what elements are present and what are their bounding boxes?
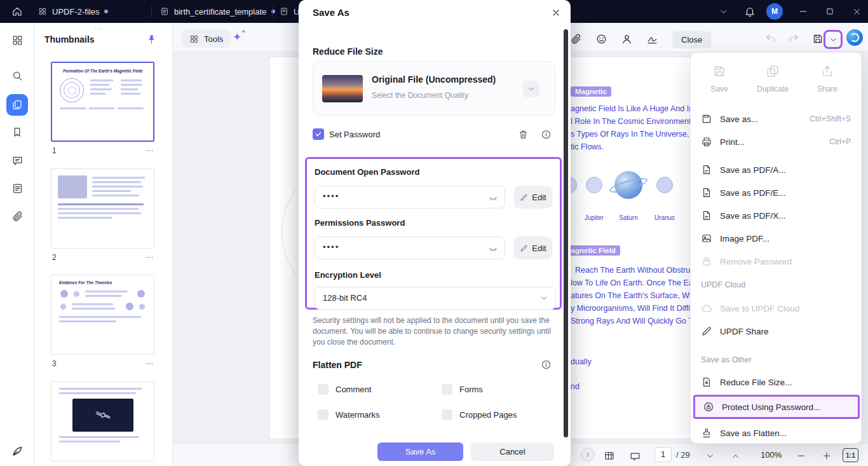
ai-sparkles-icon[interactable]: ✦ ✦ — [233, 29, 249, 46]
edit-permissions-password-button[interactable]: Edit — [514, 236, 552, 259]
planet-label-uranus: Uranus — [651, 214, 679, 221]
menu-action-duplicate: Duplicate — [754, 63, 791, 93]
edit-open-password-button[interactable]: Edit — [514, 186, 552, 209]
save-menu-dropdown-highlight[interactable] — [824, 30, 843, 49]
apps-grid-icon[interactable] — [11, 34, 24, 46]
expand-panel-icon[interactable] — [581, 448, 595, 462]
menu-item-save-pdf-a[interactable]: Save as PDF/A... — [691, 158, 861, 181]
cancel-button[interactable]: Cancel — [471, 442, 554, 461]
page-grid-view-icon[interactable] — [602, 449, 616, 463]
thumb1-diagram — [60, 78, 84, 102]
checkbox[interactable] — [442, 409, 452, 420]
signature-icon[interactable] — [644, 31, 660, 47]
share-pencil-icon — [701, 326, 712, 337]
quality-card[interactable]: Original File (Uncompressed) Select the … — [313, 61, 555, 116]
thumbnail-page-4[interactable] — [51, 381, 154, 462]
thumb1-more-button[interactable]: ⋯ — [145, 145, 154, 155]
checkbox[interactable] — [318, 384, 329, 395]
bookmark-icon[interactable] — [11, 126, 24, 139]
sticker-icon[interactable] — [593, 31, 609, 47]
flatten-option-watermarks[interactable]: Watermarks — [318, 409, 380, 420]
encryption-level-label: Encryption Level — [315, 270, 381, 280]
flatten-option-cropped-pages[interactable]: Cropped Pages — [442, 409, 517, 420]
lock-icon — [701, 256, 712, 267]
close-document-button[interactable]: Close — [672, 31, 711, 48]
signer-profile-icon[interactable] — [618, 31, 635, 47]
document-icon[interactable] — [11, 182, 24, 195]
show-password-eye-icon[interactable] — [487, 242, 499, 255]
doc-text-line: Reach The Earth Without Obstruction, The… — [575, 266, 690, 275]
updf-ai-logo-icon[interactable] — [846, 29, 863, 46]
menu-item-image-pdf[interactable]: Image PDF... — [691, 227, 861, 250]
home-icon[interactable] — [10, 4, 24, 18]
attachments-icon[interactable] — [11, 210, 24, 223]
menu-action-save: Save — [701, 63, 738, 93]
checkbox[interactable] — [442, 384, 452, 395]
flatten-option-comment[interactable]: Comment — [318, 384, 371, 395]
menu-item-protect-using-password-highlight[interactable]: Protect Using Password... — [693, 395, 860, 419]
menu-item-print[interactable]: Print... Ctrl+P — [691, 130, 861, 153]
flatten-info-icon[interactable] — [539, 357, 553, 371]
password-info-icon[interactable] — [539, 127, 553, 141]
save-as-button[interactable]: Save As — [377, 442, 463, 461]
avatar[interactable]: M — [766, 3, 783, 20]
tab-divider — [151, 6, 152, 17]
permissions-password-input[interactable] — [323, 242, 475, 252]
share-icon — [809, 63, 846, 79]
show-password-eye-icon[interactable] — [487, 191, 499, 204]
dialog-scrollbar[interactable] — [564, 29, 568, 437]
close-label: Close — [681, 35, 702, 45]
thumb3-more-button[interactable]: ⋯ — [145, 358, 154, 368]
tab-divider — [272, 6, 273, 17]
encryption-level-select[interactable]: 128-bit RC4 — [315, 287, 556, 310]
menu-item-updf-share[interactable]: UPDF Share — [691, 320, 861, 343]
flatten-option-forms[interactable]: Forms — [442, 384, 483, 395]
next-page-icon[interactable] — [728, 449, 742, 463]
security-note: Security settings will not be applied to… — [313, 315, 557, 348]
thumbnail-page-3[interactable]: Evidence For The Theories — [51, 275, 154, 355]
menu-item-save-as[interactable]: Save as... Ctrl+Shift+S — [691, 107, 861, 130]
open-password-input[interactable] — [323, 191, 475, 201]
delete-password-icon[interactable] — [516, 127, 530, 141]
menu-item-reduce-file-size[interactable]: Reduce File Size... — [691, 371, 861, 394]
search-icon[interactable] — [11, 69, 24, 82]
notifications-bell-icon[interactable] — [742, 4, 757, 19]
tabs-overflow-icon[interactable] — [717, 6, 729, 17]
quality-dropdown-icon[interactable] — [523, 81, 539, 97]
menu-item-save-pdf-e[interactable]: Save as PDF/E... — [691, 181, 861, 204]
set-password-checkbox[interactable] — [313, 128, 324, 140]
page-number-input[interactable]: 1 — [654, 447, 672, 462]
thumbnail-page-1[interactable]: Formation Of The Earth's Magnetic Field — [51, 62, 154, 142]
open-password-field[interactable] — [315, 186, 505, 209]
zoom-in-icon[interactable] — [820, 449, 834, 463]
undo-icon[interactable] — [763, 31, 779, 47]
pin-panel-icon[interactable] — [145, 33, 158, 46]
previous-page-icon[interactable] — [703, 449, 717, 463]
thumb3-title: Evidence For The Theories — [59, 280, 146, 285]
window-close-button[interactable] — [849, 4, 864, 18]
open-password-label: Document Open Password — [315, 167, 419, 177]
tab-updf-2-files[interactable]: UPDF-2-files — [38, 0, 108, 23]
panel-drag-handle[interactable]: ⋯ — [94, 24, 103, 33]
comments-icon[interactable] — [11, 154, 24, 167]
redo-icon[interactable] — [785, 31, 802, 47]
zoom-out-icon[interactable] — [794, 449, 808, 463]
doc-text-line: s Types Of Rays In The Universe, Such As… — [571, 130, 690, 139]
actual-size-button[interactable]: 1:1 — [843, 448, 858, 462]
menu-item-save-as-flatten[interactable]: Save as Flatten... — [691, 421, 861, 444]
thumb2-more-button[interactable]: ⋯ — [145, 252, 154, 262]
checkbox[interactable] — [318, 409, 329, 420]
dialog-close-icon[interactable] — [549, 6, 563, 20]
menu-item-save-pdf-x[interactable]: Save as PDF/X... — [691, 204, 861, 227]
tab-birth-certificate[interactable]: birth_certificate_template — [160, 0, 275, 23]
window-minimize-button[interactable] — [796, 4, 811, 18]
thumbnail-page-2[interactable] — [51, 168, 154, 249]
permissions-password-field[interactable] — [315, 236, 505, 259]
pen-tool-icon[interactable] — [10, 444, 24, 458]
tools-button[interactable]: Tools — [182, 30, 231, 48]
window-maximize-button[interactable] — [822, 4, 837, 18]
page-thumbnails-icon-active[interactable] — [6, 94, 28, 116]
save-as-dialog: Save As Reduce File Size Original File (… — [299, 0, 571, 466]
reading-mode-icon[interactable] — [628, 449, 642, 463]
zoom-level-label[interactable]: 100% — [761, 450, 782, 460]
